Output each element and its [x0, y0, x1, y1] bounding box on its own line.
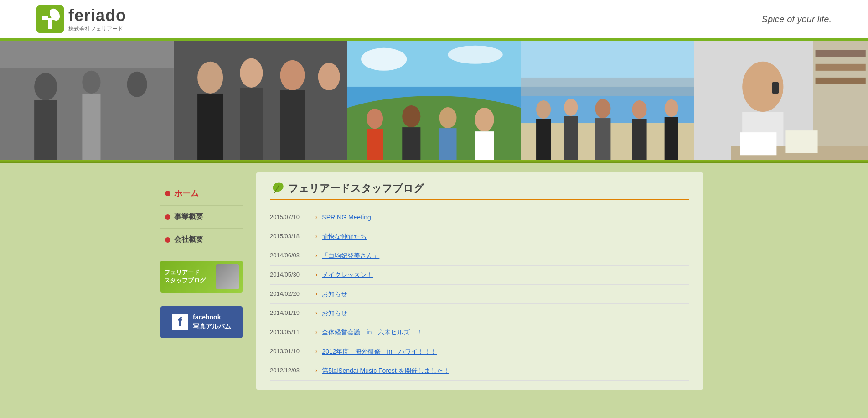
blog-date: 2015/03/18: [270, 232, 311, 240]
blog-date: 2014/01/19: [270, 308, 311, 316]
blog-date: 2015/07/10: [270, 213, 311, 220]
blog-link[interactable]: 2012年度 海外研修 in ハワイ！！！: [322, 347, 437, 356]
blog-link[interactable]: SPRING Meeting: [322, 213, 371, 222]
fb-banner-line2: 写真アルバム: [193, 322, 231, 331]
blog-banner-line1: フェリアード: [164, 268, 212, 277]
svg-point-26: [367, 109, 383, 129]
svg-point-46: [632, 100, 647, 119]
svg-point-42: [564, 99, 578, 116]
svg-rect-16: [197, 94, 223, 160]
sidebar-item-business[interactable]: 事業概要: [160, 206, 243, 229]
blog-title-bar: フェリアードスタッフブログ: [270, 182, 689, 200]
svg-rect-10: [82, 94, 100, 160]
sidebar-item-company[interactable]: 会社概要: [160, 229, 243, 251]
blog-link[interactable]: お知らせ: [322, 308, 347, 318]
svg-rect-43: [564, 116, 578, 160]
svg-rect-18: [240, 88, 263, 160]
sidebar-item-business-label: 事業概要: [174, 212, 203, 222]
nav-dot-business: [165, 214, 170, 220]
green-divider: [0, 160, 868, 163]
hero-photo-4: [521, 41, 694, 160]
svg-point-30: [439, 107, 456, 128]
blog-arrow-icon: ›: [315, 289, 317, 297]
blog-arrow-icon: ›: [315, 347, 317, 355]
facebook-banner[interactable]: f facebook 写真アルバム: [160, 306, 243, 338]
blog-banner[interactable]: フェリアード スタッフブログ: [160, 261, 243, 297]
svg-rect-45: [595, 118, 611, 160]
svg-point-7: [34, 73, 57, 100]
blog-date: 2013/01/10: [270, 347, 311, 355]
svg-point-48: [665, 99, 678, 117]
svg-rect-12: [127, 97, 147, 160]
blog-link[interactable]: 全体経営会議 in 六木ヒルズ！！: [322, 328, 423, 337]
hero-strip: [0, 41, 868, 160]
blog-arrow-icon: ›: [315, 328, 317, 335]
blog-link[interactable]: 愉快な仲間たち: [322, 232, 367, 241]
svg-point-17: [240, 58, 263, 88]
hero-photo-3: [347, 41, 521, 160]
svg-point-28: [402, 105, 420, 127]
blog-date: 2014/05/30: [270, 270, 311, 278]
svg-rect-51: [813, 41, 868, 160]
blog-arrow-icon: ›: [315, 213, 317, 220]
blog-date: 2014/06/03: [270, 251, 311, 259]
blog-date: 2014/02/20: [270, 289, 311, 297]
sidebar-item-home-label: ホーム: [174, 188, 199, 199]
svg-rect-20: [280, 90, 305, 160]
svg-point-11: [127, 72, 147, 97]
svg-rect-27: [367, 129, 383, 160]
blog-entry: 2012/12/03›第5回Sendai Music Forest を開催しまし…: [270, 361, 689, 381]
sidebar-item-company-label: 会社概要: [174, 235, 203, 245]
blog-entry: 2014/05/30›メイクレッスン！: [270, 266, 689, 285]
svg-point-40: [536, 100, 551, 119]
hero-photo-1: [0, 41, 174, 160]
header: feriado 株式会社フェリアード Spice of your life.: [0, 0, 868, 41]
blog-date: 2013/05/11: [270, 328, 311, 335]
tagline: Spice of your life.: [762, 14, 832, 25]
svg-point-9: [82, 71, 100, 94]
blog-entry: 2015/07/10›SPRING Meeting: [270, 208, 689, 227]
hero-photo-2: [174, 41, 347, 160]
blog-link[interactable]: 「白駒妃登美さん」: [322, 251, 379, 261]
blog-link[interactable]: メイクレッスン！: [322, 270, 373, 280]
svg-rect-54: [816, 78, 866, 84]
blog-banner-line2: スタッフブログ: [164, 277, 212, 285]
svg-point-15: [197, 62, 223, 94]
svg-rect-60: [786, 130, 818, 153]
blog-entry: 2014/02/20›お知らせ: [270, 285, 689, 304]
svg-rect-33: [475, 131, 494, 160]
blog-entry: 2014/06/03›「白駒妃登美さん」: [270, 246, 689, 266]
svg-point-44: [595, 99, 611, 118]
fb-banner-line1: facebook: [193, 313, 231, 322]
logo: feriado 株式会社フェリアード: [36, 5, 126, 33]
blog-banner-inner[interactable]: フェリアード スタッフブログ: [160, 261, 243, 293]
svg-rect-29: [402, 127, 420, 160]
blog-leaf-icon: [270, 182, 284, 195]
facebook-icon: f: [172, 314, 188, 330]
logo-jp: 株式会社フェリアード: [68, 25, 126, 33]
svg-rect-22: [318, 90, 340, 160]
blog-link[interactable]: お知らせ: [322, 289, 347, 299]
svg-rect-8: [34, 100, 57, 160]
blog-arrow-icon: ›: [315, 270, 317, 278]
blog-arrow-icon: ›: [315, 366, 317, 374]
blog-entry: 2013/01/10›2012年度 海外研修 in ハワイ！！！: [270, 342, 689, 361]
svg-rect-52: [816, 50, 866, 57]
fb-banner-inner[interactable]: f facebook 写真アルバム: [160, 306, 243, 338]
blog-banner-image: [216, 264, 239, 289]
blog-title-text: フェリアードスタッフブログ: [288, 182, 424, 195]
blog-link[interactable]: 第5回Sendai Music Forest を開催しました！: [322, 366, 449, 376]
blog-arrow-icon: ›: [315, 251, 317, 259]
blog-entry: 2013/05/11›全体経営会議 in 六木ヒルズ！！: [270, 323, 689, 342]
svg-rect-41: [536, 119, 551, 160]
blog-entries-list: 2015/07/10›SPRING Meeting2015/03/18›愉快な仲…: [270, 208, 689, 381]
svg-point-21: [318, 63, 340, 90]
sidebar-item-home[interactable]: ホーム: [160, 182, 243, 206]
hero-photo-5: [694, 41, 868, 160]
svg-rect-31: [439, 128, 456, 160]
content-area: フェリアードスタッフブログ 2015/07/10›SPRING Meeting2…: [256, 172, 703, 390]
svg-point-34: [361, 48, 407, 71]
svg-rect-57: [772, 82, 779, 94]
blog-date: 2012/12/03: [270, 366, 311, 374]
svg-point-32: [475, 108, 494, 131]
